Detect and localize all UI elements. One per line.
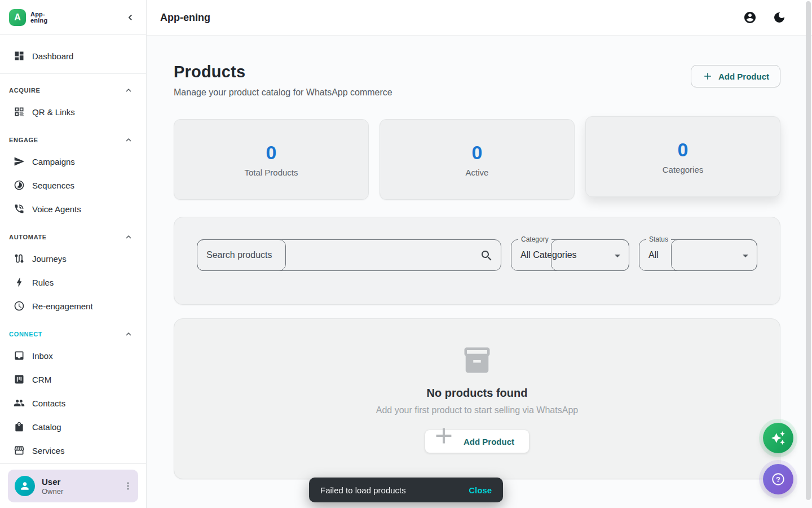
page-subtitle: Manage your product catalog for WhatsApp… — [174, 87, 392, 98]
plus-icon — [702, 71, 713, 82]
stats-row: 0 Total Products 0 Active 0 Categories — [174, 119, 780, 200]
user-card[interactable]: User Owner — [8, 470, 138, 502]
dark-mode-toggle[interactable] — [773, 11, 786, 24]
app-logo: A App- ening — [9, 9, 47, 26]
category-select-label: Category — [518, 235, 551, 243]
moon-icon — [773, 11, 786, 24]
bolt-icon — [14, 277, 25, 288]
people-icon — [14, 397, 25, 409]
empty-add-product-button[interactable]: Add Product — [425, 430, 529, 453]
status-select-label: Status — [646, 235, 671, 243]
sidebar: A App- ening Dashboard ACQUIRE — [0, 0, 147, 508]
chevron-up-icon — [123, 329, 134, 339]
sidebar-item-services[interactable]: Services — [0, 439, 146, 462]
person-icon — [19, 480, 30, 492]
stat-card-categories: 0 Categories — [585, 116, 780, 197]
sidebar-item-crm[interactable]: CRM — [0, 367, 146, 391]
shopping-bag-icon — [14, 421, 25, 432]
inventory-box-icon — [462, 345, 492, 375]
send-icon — [14, 156, 25, 167]
stat-label: Total Products — [244, 168, 298, 177]
empty-state: No products found Add your first product… — [174, 318, 780, 479]
stat-label: Categories — [663, 165, 704, 174]
sidebar-footer: User Owner — [0, 463, 146, 508]
chevron-up-icon — [123, 232, 134, 242]
page-title: Products — [174, 63, 392, 81]
scrollbar-track — [805, 0, 812, 508]
add-product-button[interactable]: Add Product — [691, 65, 780, 87]
sidebar-item-catalog[interactable]: Catalog — [0, 415, 146, 439]
sidebar-item-sequences[interactable]: Sequences — [0, 173, 146, 197]
section-header-automate[interactable]: AUTOMATE — [0, 221, 146, 247]
stat-card-total-products: 0 Total Products — [174, 119, 369, 200]
more-vert-icon[interactable] — [122, 480, 134, 492]
timelapse-icon — [14, 179, 25, 191]
sidebar-item-voice-agents[interactable]: Voice Agents — [0, 197, 146, 221]
search-input[interactable] — [197, 240, 501, 270]
category-select[interactable]: Category All Categories — [511, 239, 629, 271]
sidebar-item-re-engagement[interactable]: Re-engagement — [0, 294, 146, 318]
sidebar-item-inbox[interactable]: Inbox — [0, 344, 146, 367]
sidebar-item-contacts[interactable]: Contacts — [0, 391, 146, 415]
dashboard-icon — [14, 50, 25, 62]
sidebar-nav: Dashboard ACQUIRE QR & Links ENGAGE Camp… — [0, 35, 146, 463]
storefront-icon — [14, 445, 25, 456]
app-title: App-ening — [160, 12, 210, 24]
sidebar-item-journeys[interactable]: Journeys — [0, 247, 146, 270]
sparkles-icon — [771, 431, 785, 445]
phone-in-talk-icon — [14, 203, 25, 214]
stat-value: 0 — [266, 142, 277, 164]
sidebar-collapse-button[interactable] — [122, 10, 138, 25]
app-root: A App- ening Dashboard ACQUIRE — [0, 0, 812, 508]
chevron-up-icon — [123, 85, 134, 95]
toast-close-button[interactable]: Close — [469, 485, 492, 495]
scrollbar-thumb[interactable] — [806, 1, 811, 500]
chevron-up-icon — [123, 135, 134, 145]
stat-card-active: 0 Active — [379, 119, 575, 200]
dropdown-arrow-icon — [611, 249, 624, 262]
search-field — [197, 239, 501, 271]
kanban-icon — [14, 374, 25, 385]
chevron-left-icon — [125, 12, 136, 23]
stat-value: 0 — [678, 139, 689, 161]
empty-state-subtitle: Add your first product to start selling … — [376, 405, 578, 415]
account-button[interactable] — [743, 11, 757, 24]
inbox-icon — [14, 350, 25, 361]
sidebar-item-campaigns[interactable]: Campaigns — [0, 150, 146, 173]
logo-letter: A — [14, 12, 21, 23]
help-fab[interactable]: ? — [763, 464, 793, 494]
page-content: Products Manage your product catalog for… — [147, 36, 812, 508]
toast-message: Failed to load products — [320, 485, 406, 495]
search-icon[interactable] — [480, 249, 493, 262]
account-circle-icon — [743, 11, 757, 24]
sidebar-item-qr-links[interactable]: QR & Links — [0, 100, 146, 124]
user-role: Owner — [42, 487, 116, 496]
stat-label: Active — [466, 168, 489, 177]
app-logo-text: App- ening — [30, 11, 47, 24]
qr-code-icon — [14, 106, 25, 117]
sidebar-item-rules[interactable]: Rules — [0, 270, 146, 294]
sidebar-header: A App- ening — [0, 0, 146, 35]
stat-value: 0 — [472, 142, 483, 164]
dropdown-arrow-icon — [739, 249, 752, 262]
status-select[interactable]: Status All — [639, 239, 757, 271]
empty-state-title: No products found — [427, 387, 528, 400]
section-header-acquire[interactable]: ACQUIRE — [0, 74, 146, 100]
app-logo-mark: A — [9, 9, 26, 26]
main-area: App-ening Products Manage your product c… — [147, 0, 812, 508]
clock-icon — [14, 300, 25, 312]
top-bar: App-ening — [147, 0, 812, 36]
plus-icon — [431, 423, 457, 449]
sidebar-item-dashboard[interactable]: Dashboard — [0, 44, 146, 68]
toast: Failed to load products Close — [309, 478, 503, 502]
section-header-connect[interactable]: CONNECT — [0, 318, 146, 344]
route-icon — [14, 253, 25, 264]
user-name: User — [42, 477, 116, 487]
filter-bar: Category All Categories Status All — [174, 217, 780, 305]
help-icon: ? — [771, 472, 785, 487]
svg-text:?: ? — [776, 475, 780, 484]
section-header-engage[interactable]: ENGAGE — [0, 124, 146, 150]
ai-assistant-fab[interactable] — [763, 423, 793, 453]
user-avatar — [15, 476, 35, 496]
